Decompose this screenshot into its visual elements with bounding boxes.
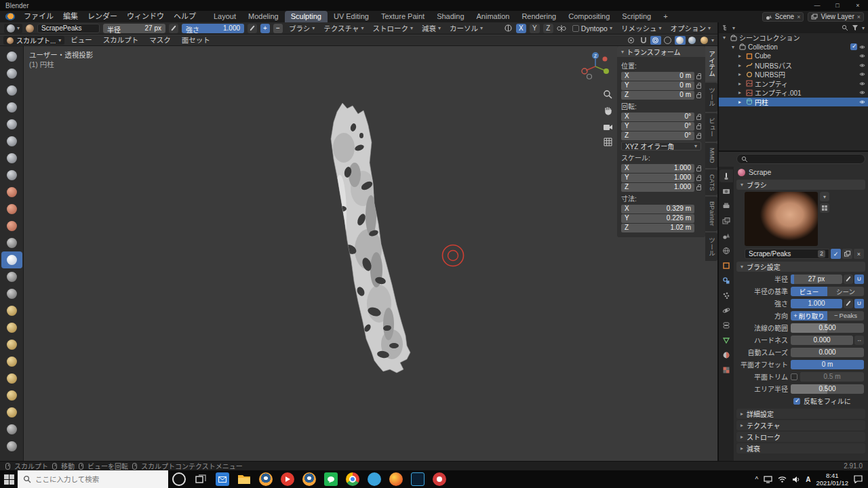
mirror-x-toggle[interactable]: X — [516, 24, 526, 33]
outliner-row-cube[interactable]: ▸ Cube — [719, 52, 868, 61]
location-y-field[interactable]: Y0 m — [621, 81, 694, 90]
menu-render[interactable]: レンダー — [83, 11, 122, 22]
filter-funnel-icon[interactable] — [852, 24, 859, 31]
chrome-app-icon[interactable] — [342, 470, 363, 488]
tool-snake-hook-icon[interactable] — [1, 336, 22, 353]
rotation-x-field[interactable]: X0° — [621, 113, 694, 121]
strength-pressure-icon[interactable] — [844, 299, 853, 308]
outliner-row-empty-001[interactable]: ▸ エンプティ.001 — [719, 88, 868, 98]
tool-elastic-deform-icon[interactable] — [1, 319, 22, 336]
duplicate-datablock-icon[interactable] — [842, 249, 852, 259]
add-workspace-button[interactable]: + — [657, 11, 673, 22]
zoom-icon[interactable] — [600, 87, 615, 102]
tab-uv-editing[interactable]: UV Editing — [328, 11, 375, 22]
plane-trim-checkbox[interactable] — [791, 373, 797, 380]
tool-flatten-icon[interactable] — [1, 218, 22, 235]
brush-dropdown[interactable]: ブラシ▾ — [286, 23, 317, 33]
ntab-item[interactable]: アイテム — [705, 46, 717, 81]
mail-app-icon[interactable] — [212, 470, 233, 488]
mirror-y-toggle[interactable]: Y — [530, 24, 540, 33]
hardness-slider[interactable]: 0.000 — [791, 336, 853, 345]
mode-selector[interactable]: スカルプト... ▾ — [3, 36, 64, 45]
shading-material-icon[interactable] — [687, 36, 698, 45]
brush-preview-icon[interactable] — [26, 24, 34, 33]
scene-clear-icon[interactable]: × — [797, 14, 800, 20]
tab-animation[interactable]: Animation — [471, 11, 516, 22]
lock-icon[interactable] — [696, 186, 701, 190]
advanced-panel-header[interactable]: ▸詳細設定 — [736, 409, 865, 419]
output-tab-icon[interactable] — [719, 199, 733, 212]
menu-sculpt[interactable]: スカルプト — [98, 35, 144, 46]
strength-slider[interactable]: 1.000 — [791, 299, 842, 308]
properties-search[interactable] — [736, 154, 865, 164]
tool-face-sets-icon[interactable] — [1, 438, 22, 455]
options-dropdown[interactable]: オプション▾ — [667, 23, 713, 33]
tab-modeling[interactable]: Modeling — [242, 11, 285, 22]
eye-icon[interactable] — [859, 99, 865, 105]
cursor-dropdown[interactable]: カーソル▾ — [447, 23, 486, 33]
tool-rotate-icon[interactable] — [1, 404, 22, 421]
menu-view[interactable]: ビュー — [66, 35, 97, 46]
lock-icon[interactable] — [696, 116, 701, 120]
dyntopo-checkbox[interactable] — [572, 25, 579, 32]
tool-inflate-icon[interactable] — [1, 150, 22, 167]
active-tool-dropdown[interactable]: ▾ — [4, 24, 22, 33]
scale-x-field[interactable]: X1.000 — [621, 164, 694, 173]
menu-mask[interactable]: マスク — [144, 35, 176, 46]
lock-icon[interactable] — [696, 177, 701, 181]
dyntopo-dropdown[interactable]: Dyntopo▾ — [570, 24, 615, 33]
ntab-cats[interactable]: CATS — [705, 169, 717, 196]
lock-icon[interactable] — [696, 85, 701, 89]
symmetry-butterfly-icon[interactable] — [557, 24, 566, 33]
scale-y-field[interactable]: Y1.000 — [621, 174, 694, 182]
brush-settings-panel-header[interactable]: ▾ ブラシ設定 — [736, 262, 865, 272]
ime-indicator[interactable]: A — [806, 476, 810, 483]
strength-slider[interactable]: 強さ 1.000 — [182, 24, 244, 33]
tab-compositing[interactable]: Compositing — [562, 11, 616, 22]
dimensions-y-field[interactable]: Y0.226 m — [621, 214, 694, 223]
outliner-row-collection[interactable]: ▾ Collection — [719, 43, 868, 52]
speaker-icon[interactable] — [792, 476, 800, 483]
strength-unified-icon[interactable]: U — [854, 299, 864, 308]
tool-mask-icon[interactable] — [1, 421, 22, 438]
cortana-icon[interactable] — [168, 470, 190, 488]
monitor-icon[interactable] — [764, 476, 772, 483]
plane-trim-slider[interactable]: 0.5 m — [800, 372, 864, 382]
eye-icon[interactable] — [859, 81, 865, 87]
lock-icon[interactable] — [696, 94, 701, 98]
shading-wireframe-icon[interactable] — [663, 36, 673, 45]
tool-draw-sharp-icon[interactable] — [1, 65, 22, 82]
texture-dropdown[interactable]: テクスチャ▾ — [321, 23, 366, 33]
tab-shading[interactable]: Shading — [431, 11, 470, 22]
rotation-y-field[interactable]: Y0° — [621, 122, 694, 131]
location-x-field[interactable]: X0 m — [621, 72, 694, 81]
radius-pressure-icon[interactable] — [844, 274, 853, 284]
stroke-dropdown[interactable]: ストローク▾ — [370, 23, 416, 33]
tray-expand-icon[interactable]: ^ — [755, 476, 759, 483]
tool-grab-icon[interactable] — [1, 302, 22, 319]
taskbar-clock[interactable]: 8:41 2021/01/12 — [816, 472, 848, 487]
view-layer-tab-icon[interactable] — [719, 214, 733, 227]
filter-options-icon[interactable]: ▾ — [862, 25, 865, 31]
lock-icon[interactable] — [696, 135, 701, 139]
viewport-3d[interactable]: ユーザー・透視投影 (1) 円柱 — [24, 46, 717, 461]
firefox-app-icon[interactable] — [385, 470, 407, 488]
stroke-panel-header[interactable]: ▸ストローク — [736, 432, 865, 442]
constraints-tab-icon[interactable] — [719, 319, 733, 331]
lock-icon[interactable] — [696, 167, 701, 171]
unlink-datablock-icon[interactable]: × — [854, 249, 864, 259]
view-layer-selector[interactable]: View Layer × — [808, 12, 864, 22]
autosmooth-slider[interactable]: 0.000 — [791, 348, 864, 357]
grid-toggle-icon[interactable] — [600, 134, 615, 149]
remesh-dropdown[interactable]: リメッシュ▾ — [618, 23, 665, 33]
gizmo-dropdown-icon[interactable] — [626, 36, 637, 45]
panel-collapse-icon[interactable]: ▾ — [621, 49, 624, 55]
radius-slider[interactable]: 27 px — [791, 274, 842, 284]
outliner-row-nurbs-path[interactable]: ▸ NURBSパス — [719, 61, 868, 70]
hardness-pressure-icon[interactable]: ↔ — [854, 336, 864, 345]
blender-app-icon[interactable] — [255, 470, 277, 488]
eye-icon[interactable] — [859, 53, 865, 59]
brush-panel-header[interactable]: ▾ ブラシ — [736, 180, 865, 190]
shading-rendered-icon[interactable] — [699, 36, 710, 45]
collection-checkbox[interactable] — [850, 43, 857, 50]
